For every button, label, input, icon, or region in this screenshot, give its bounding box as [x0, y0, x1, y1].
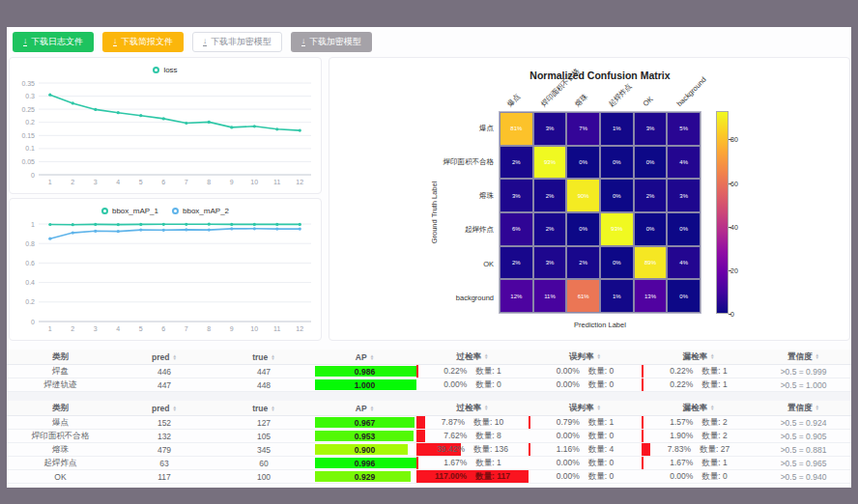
sort-icon: ▲▼	[815, 405, 819, 411]
rate-count: 数量: 2	[701, 417, 727, 429]
matrix-cell: 2%	[500, 246, 533, 280]
column-header[interactable]: AP▲▼	[313, 350, 416, 365]
sort-icon: ▲▼	[172, 354, 176, 361]
matrix-col-label: OK	[642, 95, 655, 108]
column-header[interactable]: pred▲▼	[114, 401, 214, 416]
download-encrypted-model-label: 下载加密模型	[309, 36, 361, 48]
rate-count: 数量: 0	[475, 379, 500, 391]
column-header[interactable]: 置信度▲▼	[756, 350, 851, 365]
download-log-button[interactable]: ↓ 下载日志文件	[13, 32, 94, 52]
matrix-cell: 5%	[667, 112, 701, 146]
rate-percent: 0.79%	[557, 417, 580, 429]
download-plain-model-button[interactable]: ↓ 下载非加密模型	[192, 32, 282, 52]
matrix-cell: 2%	[533, 212, 567, 246]
matrix-cell: 0%	[600, 179, 634, 212]
column-header[interactable]: pred▲▼	[114, 350, 214, 365]
svg-text:0.15: 0.15	[21, 132, 35, 139]
column-header[interactable]: 误判率▲▼	[529, 401, 642, 416]
colorbar-tick-label: 80	[730, 136, 738, 143]
matrix-row-label: 焊印面积不合格	[387, 157, 494, 167]
ap-value: 0.953	[355, 432, 375, 441]
download-report-button[interactable]: ↓ 下载简报文件	[102, 32, 184, 52]
svg-text:0: 0	[31, 319, 35, 325]
colorbar-tick-label: 20	[730, 266, 738, 273]
column-header[interactable]: 漏检率▲▼	[642, 401, 756, 416]
matrix-cell: 89%	[634, 246, 668, 280]
rate-percent: 0.00%	[670, 471, 693, 483]
true-count: 127	[214, 416, 313, 430]
rate-count: 数量: 1	[701, 379, 727, 391]
rate-count: 数量: 0	[588, 379, 614, 391]
pred-count: 152	[114, 416, 214, 430]
matrix-cell: 1%	[600, 112, 634, 146]
sort-icon: ▲▼	[597, 353, 601, 360]
pred-count: 447	[114, 378, 214, 392]
confidence-value: >0.5 = 0.881	[756, 443, 851, 457]
ap-cell: 0.967	[313, 416, 416, 430]
svg-text:6: 6	[161, 179, 165, 185]
class-name: 焊盘	[7, 365, 114, 378]
matrix-cell: 3%	[634, 112, 668, 146]
download-encrypted-model-button[interactable]: ↓ 下载加密模型	[291, 32, 372, 52]
svg-text:9: 9	[230, 179, 234, 185]
matrix-cell: 0%	[566, 212, 600, 246]
class-name: 焊印面积不合格	[7, 430, 114, 443]
column-header[interactable]: true▲▼	[214, 401, 313, 416]
column-header[interactable]: 漏检率▲▼	[642, 350, 756, 365]
legend-item-bbox_mAP_1[interactable]: bbox_mAP_1	[101, 207, 158, 215]
column-header-label: 误判率	[569, 403, 594, 412]
table-row: 熔珠4793450.90039.42%数量: 1361.16%数量: 47.83…	[7, 443, 851, 457]
rate-count: 数量: 4	[588, 444, 614, 456]
ap-value: 0.986	[355, 367, 375, 377]
matrix-cell: 11%	[533, 279, 567, 313]
matrix-cell: 0%	[634, 212, 668, 246]
matrix-row-label: 熔珠	[387, 191, 494, 201]
matrix-cell: 81%	[500, 112, 533, 146]
legend-label: bbox_mAP_2	[183, 207, 229, 215]
confusion-matrix-grid: 81%3%7%1%3%5%2%93%0%0%0%4%3%2%90%0%2%3%6…	[499, 111, 701, 314]
column-header[interactable]: 置信度▲▼	[756, 401, 851, 416]
rate-count: 数量: 0	[588, 458, 614, 469]
column-header[interactable]: 误判率▲▼	[529, 350, 642, 365]
rate-count: 数量: 1	[475, 458, 500, 469]
rate-count: 数量: 1	[475, 366, 500, 378]
matrix-row-label: 爆点	[387, 124, 494, 133]
rate-count: 数量: 136	[473, 444, 508, 456]
rate-percent: 0.00%	[557, 458, 580, 469]
column-header[interactable]: true▲▼	[214, 350, 313, 365]
column-header[interactable]: 过检率▲▼	[416, 401, 529, 416]
sort-icon: ▲▼	[710, 405, 714, 411]
rate-count: 数量: 10	[473, 417, 503, 429]
class-name: OK	[7, 470, 114, 484]
column-header-label: pred	[152, 404, 169, 413]
confidence-value: >0.5 = 0.905	[756, 430, 851, 443]
legend-item-loss[interactable]: loss	[153, 66, 177, 74]
matrix-cell: 0%	[667, 212, 701, 246]
rate-count: 数量: 0	[588, 471, 614, 483]
rate-count: 数量: 2	[701, 431, 727, 442]
confidence-value: >0.5 = 0.965	[756, 457, 851, 470]
svg-text:0.2: 0.2	[25, 298, 35, 305]
confidence-value: >0.5 = 0.999	[756, 365, 851, 378]
weld-pad-metrics-table: 类别pred▲▼true▲▼AP▲▼过检率▲▼误判率▲▼漏检率▲▼置信度▲▼焊盘…	[7, 350, 851, 392]
pred-count: 117	[114, 470, 214, 484]
matrix-col-label: 爆点	[505, 92, 523, 109]
column-header[interactable]: 过检率▲▼	[416, 350, 529, 365]
svg-text:0.35: 0.35	[21, 80, 35, 87]
ap-value: 0.967	[355, 418, 375, 428]
svg-text:1: 1	[48, 179, 52, 185]
loss-chart-card: loss00.050.10.150.20.250.30.351234567891…	[9, 57, 322, 194]
column-header-label: true	[252, 404, 268, 413]
column-header[interactable]: AP▲▼	[313, 401, 416, 416]
line-chart-plot: 00.050.10.150.20.250.30.3512345678910111…	[10, 77, 321, 189]
defect-metrics-table: 类别pred▲▼true▲▼AP▲▼过检率▲▼误判率▲▼漏检率▲▼置信度▲▼爆点…	[7, 401, 851, 484]
download-icon: ↓	[203, 38, 207, 46]
true-count: 448	[214, 378, 313, 392]
metrics-tables: 类别pred▲▼true▲▼AP▲▼过检率▲▼误判率▲▼漏检率▲▼置信度▲▼焊盘…	[7, 350, 851, 484]
table-separator	[7, 392, 851, 401]
legend-item-bbox_mAP_2[interactable]: bbox_mAP_2	[172, 207, 229, 215]
sort-icon: ▲▼	[271, 406, 274, 412]
rate-count: 数量: 1	[588, 417, 614, 429]
class-name: 起焊炸点	[7, 457, 114, 470]
ap-value: 1.000	[355, 380, 375, 390]
